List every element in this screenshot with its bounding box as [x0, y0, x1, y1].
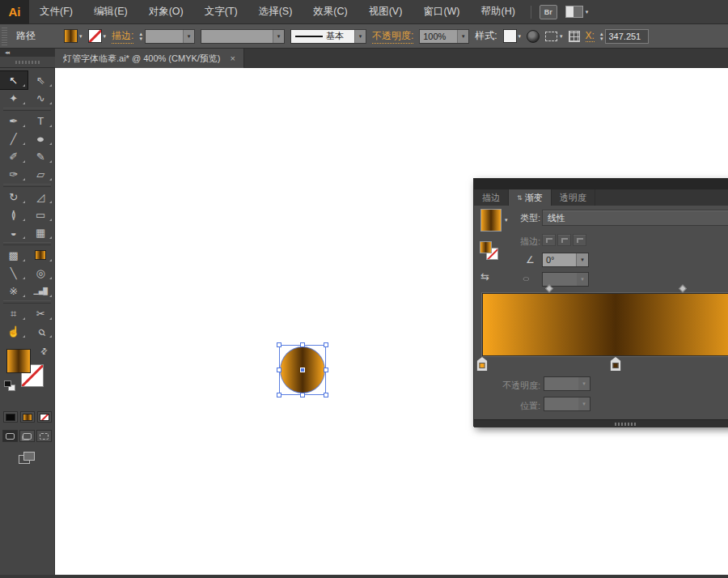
menu-item-帮助(H)[interactable]: 帮助(H)	[471, 0, 526, 23]
selection-handle[interactable]	[277, 393, 281, 397]
selection-handle[interactable]	[324, 368, 328, 372]
opacity-link[interactable]: 不透明度:	[372, 29, 413, 44]
chevron-down-icon[interactable]: ▾	[183, 30, 194, 43]
center-point[interactable]	[301, 368, 304, 372]
chevron-down-icon[interactable]: ▾	[576, 253, 588, 266]
chevron-down-icon[interactable]: ▾	[457, 30, 468, 43]
chevron-down-icon[interactable]: ▾	[560, 33, 563, 40]
tool-pen[interactable]: ✒	[0, 112, 28, 130]
angle-combo[interactable]: 0° ▾	[542, 253, 589, 267]
panel-title-bar[interactable]: ◂◂ ×	[474, 179, 728, 189]
toolbar-grip[interactable]	[0, 57, 55, 67]
none-button[interactable]	[37, 411, 52, 423]
selection-handle[interactable]	[300, 342, 305, 347]
menu-item-对象(O)[interactable]: 对象(O)	[138, 0, 194, 23]
tool-symbol-sprayer[interactable]: ※	[0, 282, 28, 300]
gradient-stop-1[interactable]	[611, 357, 621, 371]
tool-pencil[interactable]: ✎	[28, 147, 55, 165]
align-grid-icon[interactable]	[569, 31, 580, 42]
selected-ellipse[interactable]	[279, 345, 326, 395]
tool-shape-builder[interactable]: ◒	[0, 223, 28, 241]
panel-tab-渐变[interactable]: ⇅渐变	[509, 189, 552, 206]
tool-rotate[interactable]: ↻	[0, 188, 28, 206]
tool-eyedropper[interactable]: ╲	[0, 264, 28, 282]
menu-item-选择(S)[interactable]: 选择(S)	[248, 0, 303, 23]
tool-mesh[interactable]: ▩	[0, 246, 28, 264]
bridge-button[interactable]: Br	[540, 5, 557, 19]
tool-line-segment[interactable]: ╱	[0, 130, 28, 147]
stroke-color-control[interactable]: ▾	[88, 29, 107, 43]
tool-zoom[interactable]: ϙ	[28, 322, 55, 340]
gradient-button[interactable]	[20, 411, 35, 423]
chevron-down-icon[interactable]: ▾	[354, 30, 366, 43]
tool-width[interactable]: ≬	[0, 206, 28, 223]
panel-grip[interactable]	[2, 28, 7, 45]
document-tab[interactable]: 灯管字体临摹.ai* @ 400% (CMYK/预览) ×	[55, 49, 244, 68]
gradient-stop-0[interactable]	[477, 357, 488, 371]
tool-slice[interactable]: ✂	[28, 304, 55, 322]
panel-tab-透明度[interactable]: 透明度	[552, 189, 595, 206]
selection-handle[interactable]	[277, 342, 281, 347]
color-button[interactable]	[3, 411, 18, 423]
swap-fill-stroke-icon[interactable]: ⇄	[38, 346, 49, 357]
panel-resize-bar[interactable]	[474, 419, 728, 427]
default-fill-stroke-icon[interactable]	[4, 380, 15, 391]
selection-handle[interactable]	[324, 393, 328, 397]
fill-proxy[interactable]	[480, 241, 492, 253]
selection-handle[interactable]	[277, 368, 281, 372]
toolbar-collapse-icon[interactable]: ◂◂	[0, 49, 55, 57]
close-document-icon[interactable]: ×	[231, 53, 235, 63]
draw-inside-button[interactable]	[36, 430, 52, 442]
tool-blob-brush[interactable]: ✑	[0, 165, 28, 183]
chevron-down-icon[interactable]: ▾	[104, 33, 107, 40]
workspace-switcher-icon[interactable]: ▾	[565, 6, 589, 18]
tool-magic-wand[interactable]: ✦	[0, 89, 28, 107]
gradient-bar[interactable]	[482, 293, 728, 356]
selection-handle[interactable]	[324, 342, 328, 347]
stroke-weight-combo[interactable]: ▾	[145, 29, 195, 44]
menu-item-文字(T)[interactable]: 文字(T)	[194, 0, 248, 23]
tool-paintbrush[interactable]: ✐	[0, 147, 28, 165]
reverse-gradient-icon[interactable]: ⇆	[480, 270, 489, 283]
screen-mode-button[interactable]	[19, 452, 36, 465]
panel-tab-描边[interactable]: 描边	[474, 189, 509, 206]
menu-item-效果(C)[interactable]: 效果(C)	[303, 0, 358, 23]
tool-free-transform[interactable]: ▭	[28, 206, 55, 223]
gradient-midpoint-0[interactable]	[545, 285, 553, 293]
x-label[interactable]: X:	[586, 30, 595, 42]
recolor-artwork-icon[interactable]	[527, 30, 540, 43]
brush-definition-combo[interactable]: ▾	[201, 29, 285, 44]
tool-ellipse[interactable]: ●	[28, 130, 55, 147]
tool-eraser[interactable]: ▱	[28, 165, 55, 183]
gradient-midpoint-1[interactable]	[679, 285, 687, 293]
tool-lasso[interactable]: ∿	[28, 89, 55, 107]
stroke-along-icon[interactable]	[557, 234, 571, 246]
fill-swatch[interactable]	[64, 29, 78, 43]
stroke-none-swatch[interactable]	[88, 29, 102, 43]
fill-indicator[interactable]	[6, 349, 31, 373]
stroke-weight-stepper[interactable]: ▴▾	[139, 32, 142, 41]
menu-item-编辑(E)[interactable]: 编辑(E)	[83, 0, 138, 23]
tool-column-graph[interactable]: ▁▄█	[28, 282, 55, 300]
gradient-type-combo[interactable]: 线性 ▼	[542, 210, 728, 226]
x-stepper[interactable]: ▴▾	[600, 32, 603, 41]
chevron-down-icon[interactable]: ▾	[273, 30, 284, 43]
tool-blend[interactable]: ◎	[28, 264, 55, 282]
menu-item-窗口(W)[interactable]: 窗口(W)	[413, 0, 470, 23]
tool-direct-selection[interactable]: ⇖	[28, 71, 55, 89]
width-profile-combo[interactable]: 基本 ▾	[290, 29, 366, 44]
tool-artboard[interactable]: ⌗	[0, 304, 28, 322]
tool-gradient[interactable]	[28, 246, 55, 264]
menu-item-文件(F)[interactable]: 文件(F)	[29, 0, 83, 23]
tool-type[interactable]: T	[28, 112, 55, 130]
tool-scale[interactable]: ◿	[28, 188, 55, 206]
canvas[interactable]: ◂◂ × 描边⇅渐变透明度 ▾≡ ▾ ⇆ 类型: 线性 ▼	[55, 68, 728, 578]
stroke-panel-link[interactable]: 描边:	[112, 29, 133, 44]
x-value-field[interactable]: 347.251	[605, 29, 649, 44]
style-swatch[interactable]	[503, 29, 517, 43]
select-similar-control[interactable]: ▾	[545, 32, 563, 41]
tool-hand[interactable]: ☝	[0, 322, 28, 340]
gradient-preview-swatch[interactable]	[480, 209, 502, 232]
stroke-within-icon[interactable]	[542, 234, 556, 246]
tool-perspective-grid[interactable]: ▦	[28, 223, 55, 241]
